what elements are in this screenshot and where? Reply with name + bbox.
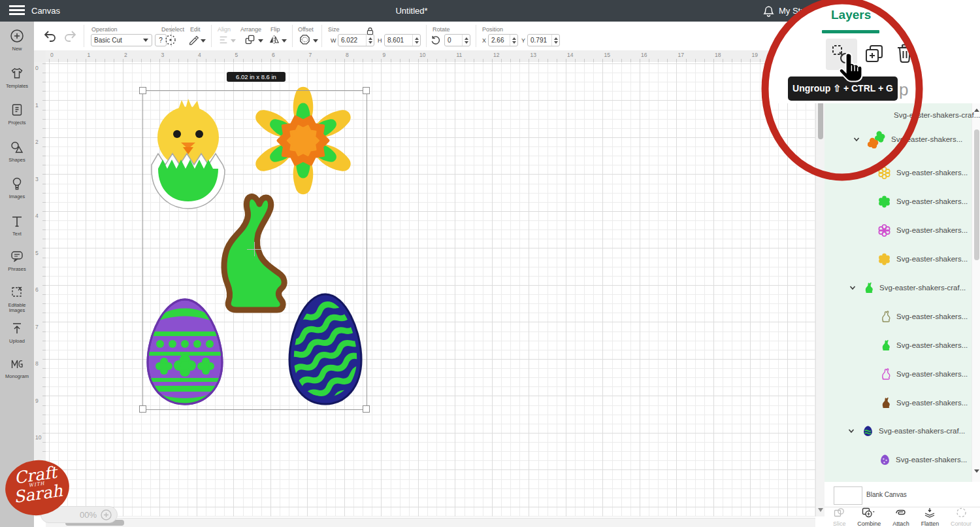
chevron-down-icon[interactable] xyxy=(849,284,856,291)
ruler-number: 11 xyxy=(457,52,463,58)
position-y-input[interactable]: 0.791 xyxy=(527,34,560,46)
selection-handle-bottom-right[interactable] xyxy=(363,405,370,413)
arrange-icon[interactable] xyxy=(244,34,255,45)
layer-row[interactable]: Svg-easter-shakers... xyxy=(879,450,967,469)
edit-pencil-icon[interactable] xyxy=(188,34,199,45)
layer-icon-flower-outline xyxy=(878,224,890,237)
layers-scroll-down-arrow xyxy=(974,469,979,473)
layer-row[interactable]: Svg-easter-shakers... xyxy=(878,220,968,240)
flip-caret-icon[interactable] xyxy=(282,39,287,42)
sidebar-item-projects[interactable]: Projects xyxy=(0,103,34,126)
flip-icon[interactable] xyxy=(269,34,280,45)
sidebar-item-templates[interactable]: Templates xyxy=(0,66,34,89)
layer-row[interactable]: Svg-easter-shakers... xyxy=(879,393,968,413)
ruler-number: 6 xyxy=(272,52,275,58)
selection-handle-top-left[interactable] xyxy=(139,87,146,94)
layer-group-row[interactable]: Svg-easter-shakers-craf... xyxy=(849,278,966,298)
deselect-icon[interactable] xyxy=(165,34,176,46)
position-x-input[interactable]: 2.66 xyxy=(488,34,518,46)
ruler-number: 2 xyxy=(124,52,127,58)
layers-scrollbar[interactable] xyxy=(972,103,980,482)
sidebar-item-monogram[interactable]: Monogram xyxy=(0,356,34,379)
chevron-down-icon[interactable] xyxy=(848,428,855,434)
selection-handle-bottom-left[interactable] xyxy=(139,405,146,413)
ruler-number: 14 xyxy=(567,52,573,58)
arrange-caret-icon[interactable] xyxy=(258,39,263,42)
ruler-number: 7 xyxy=(35,324,39,330)
images-icon xyxy=(10,177,24,191)
ruler-number: 8 xyxy=(346,52,349,58)
align-label: Align xyxy=(218,26,231,33)
document-title[interactable]: Untitled* xyxy=(366,6,457,16)
layer-icon-flower-solid xyxy=(878,253,890,265)
hamburger-menu-icon[interactable] xyxy=(9,5,25,16)
attach-icon xyxy=(894,507,907,518)
rotate-label: Rotate xyxy=(433,26,450,33)
zoom-value: 00% xyxy=(80,510,97,520)
ruler-number: 0 xyxy=(35,65,39,71)
selection-bounding-box[interactable] xyxy=(142,90,367,410)
flatten-button[interactable]: Flatten xyxy=(921,507,939,527)
layer-icon-egg xyxy=(879,454,890,466)
size-label: Size xyxy=(328,26,340,33)
sidebar-item-images[interactable]: Images xyxy=(0,177,34,199)
layers-tab-underline xyxy=(822,30,879,33)
ruler-number: 2 xyxy=(35,139,39,145)
layers-tab[interactable]: Layers xyxy=(831,8,871,22)
undo-icon[interactable] xyxy=(43,29,57,42)
offset-icon[interactable] xyxy=(299,34,310,45)
rotate-icon[interactable] xyxy=(430,35,441,46)
ruler-number: 3 xyxy=(161,52,165,58)
size-height-input[interactable]: 8.601 xyxy=(384,34,421,46)
layer-row[interactable]: Svg-easter-shakers... xyxy=(878,249,968,269)
contour-button: Contour xyxy=(951,507,972,527)
delete-trash-icon[interactable] xyxy=(896,43,914,64)
ruler-number: 18 xyxy=(715,52,721,58)
sidebar-item-shapes[interactable]: Shapes xyxy=(0,140,34,163)
size-width-input[interactable]: 6.022 xyxy=(338,34,374,46)
projects-icon xyxy=(10,103,24,117)
sidebar-item-upload[interactable]: Upload xyxy=(0,321,34,344)
edit-caret-icon[interactable] xyxy=(201,39,206,42)
canvas-horizontal-scrollbar[interactable] xyxy=(46,518,815,527)
lock-icon[interactable] xyxy=(366,27,374,35)
monogram-icon xyxy=(10,356,24,371)
position-y-stepper[interactable] xyxy=(551,35,559,46)
zoom-in-icon[interactable] xyxy=(101,509,112,520)
layer-row[interactable]: Svg-easter-shakers... xyxy=(879,307,968,326)
canvas-color-swatch[interactable] xyxy=(834,486,862,505)
redo-icon[interactable] xyxy=(63,29,77,42)
scroll-down-arrow xyxy=(818,508,823,512)
selection-handle-top-right[interactable] xyxy=(363,87,370,94)
layer-group-row[interactable]: Svg-easter-shakers-craf... xyxy=(848,421,965,441)
rotate-stepper[interactable] xyxy=(462,35,470,46)
sidebar-item-phrases[interactable]: Phrases xyxy=(0,249,34,272)
rotate-input[interactable]: 0 xyxy=(444,34,470,46)
ruler-number: 9 xyxy=(383,52,386,58)
combine-button[interactable]: Combine xyxy=(857,507,881,527)
position-x-stepper[interactable] xyxy=(510,35,517,46)
layers-scroll-thumb[interactable] xyxy=(974,129,979,260)
sidebar-item-editable-images[interactable]: Editable Images xyxy=(0,285,34,313)
upload-icon xyxy=(10,321,24,335)
arrange-label: Arrange xyxy=(240,26,261,33)
ruler-number: 3 xyxy=(35,176,39,182)
layer-row[interactable]: Svg-easter-shakers... xyxy=(879,335,968,355)
sidebar-item-new[interactable]: New xyxy=(0,29,34,52)
layer-icon-bunny xyxy=(862,281,874,294)
attach-button[interactable]: Attach xyxy=(892,507,909,527)
offset-caret-icon[interactable] xyxy=(313,39,318,42)
layer-row[interactable]: Svg-easter-shakers... xyxy=(878,192,968,211)
design-canvas[interactable]: 6.02 in x 8.6 in xyxy=(46,62,815,517)
deselect-label: Deselect xyxy=(161,26,184,33)
ruler-number: 6 xyxy=(35,286,39,293)
ruler-number: 16 xyxy=(641,52,647,58)
height-stepper[interactable] xyxy=(412,35,420,46)
layer-row[interactable]: Svg-easter-shakers... xyxy=(879,364,968,384)
sidebar-item-text[interactable]: Text xyxy=(0,214,34,237)
ruler-number: 9 xyxy=(35,398,39,404)
width-stepper[interactable] xyxy=(366,35,374,46)
operation-select[interactable]: Basic Cut xyxy=(91,34,152,46)
selection-size-badge: 6.02 in x 8.6 in xyxy=(227,72,286,82)
ruler-number: 19 xyxy=(752,52,758,58)
